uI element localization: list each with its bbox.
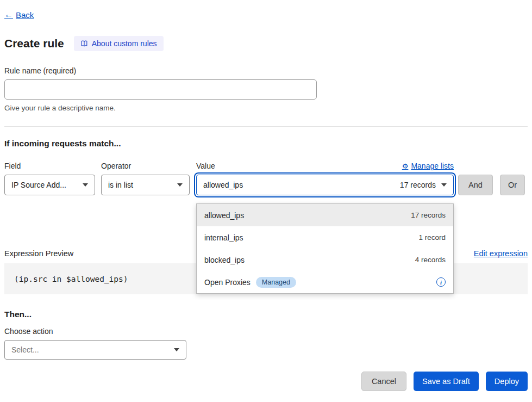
expression-code: (ip.src in $allowed_ips): [14, 275, 128, 283]
list-name-group: Open Proxies Managed: [204, 277, 296, 288]
dropdown-item-open-proxies[interactable]: Open Proxies Managed i: [197, 271, 453, 293]
operator-select[interactable]: is in list: [101, 175, 190, 195]
action-select[interactable]: Select...: [4, 340, 186, 360]
info-icon[interactable]: i: [436, 277, 446, 287]
section-heading-then: Then...: [4, 310, 528, 319]
choose-action-label: Choose action: [4, 327, 528, 336]
section-divider: [4, 126, 528, 127]
value-label: Value: [196, 162, 215, 170]
list-name: allowed_ips: [204, 211, 244, 220]
field-label: Field: [4, 162, 101, 170]
back-link-label: Back: [16, 10, 34, 20]
and-button[interactable]: And: [458, 175, 493, 195]
list-name: Open Proxies: [204, 278, 251, 287]
match-builder: Field Operator Value ⚙ Manage lists IP S…: [4, 162, 528, 195]
chevron-down-icon: [174, 348, 179, 351]
create-rule-page: ←Back Create rule About custom rules Rul…: [0, 0, 532, 391]
save-as-draft-button[interactable]: Save as Draft: [414, 372, 479, 391]
value-select[interactable]: allowed_ips 17 records: [196, 175, 454, 195]
value-dropdown-menu: allowed_ips 17 records internal_ips 1 re…: [196, 203, 454, 294]
managed-badge: Managed: [256, 277, 296, 288]
list-name: blocked_ips: [204, 256, 245, 264]
list-records-count: 4 records: [415, 256, 446, 264]
chevron-down-icon: [83, 183, 88, 187]
match-labels-row: Field Operator Value ⚙ Manage lists: [4, 162, 528, 170]
book-icon: [80, 40, 88, 47]
list-records-count: 17 records: [411, 211, 446, 219]
operator-select-value: is in list: [108, 181, 133, 189]
field-select[interactable]: IP Source Add...: [4, 175, 95, 195]
value-select-value: allowed_ips: [203, 181, 243, 189]
dropdown-item-allowed-ips[interactable]: allowed_ips 17 records: [197, 204, 453, 226]
value-label-row: Value ⚙ Manage lists: [196, 162, 454, 170]
back-link[interactable]: ←Back: [4, 10, 34, 20]
deploy-button[interactable]: Deploy: [486, 372, 528, 391]
back-arrow-icon: ←: [4, 10, 13, 20]
chevron-down-icon: [177, 183, 183, 187]
list-name: internal_ips: [204, 233, 243, 242]
manage-lists-label: Manage lists: [411, 162, 454, 170]
list-records-count: 1 record: [418, 233, 446, 242]
about-custom-rules-label: About custom rules: [92, 39, 157, 48]
about-custom-rules-link[interactable]: About custom rules: [74, 36, 164, 51]
expression-preview-label: Expression Preview: [4, 249, 73, 258]
value-select-right: 17 records: [393, 181, 447, 189]
rule-name-input[interactable]: [4, 79, 317, 100]
edit-expression-link[interactable]: Edit expression: [474, 249, 528, 258]
cancel-button[interactable]: Cancel: [361, 372, 406, 391]
dropdown-item-internal-ips[interactable]: internal_ips 1 record: [197, 226, 453, 249]
dropdown-item-blocked-ips[interactable]: blocked_ips 4 records: [197, 249, 453, 271]
page-title: Create rule: [4, 37, 64, 50]
or-button[interactable]: Or: [500, 175, 525, 195]
rule-name-help: Give your rule a descriptive name.: [4, 104, 528, 112]
rule-name-label: Rule name (required): [4, 66, 528, 75]
gear-icon: ⚙: [402, 162, 409, 170]
action-select-placeholder: Select...: [11, 345, 39, 354]
manage-lists-link[interactable]: ⚙ Manage lists: [402, 162, 454, 170]
title-row: Create rule About custom rules: [4, 36, 528, 51]
operator-label: Operator: [101, 162, 196, 170]
match-selects-row: IP Source Add... is in list allowed_ips …: [4, 175, 528, 195]
footer-actions: Cancel Save as Draft Deploy: [4, 372, 528, 391]
section-heading-match: If incoming requests match...: [4, 139, 528, 149]
field-select-value: IP Source Add...: [11, 181, 66, 189]
value-records-count: 17 records: [400, 181, 436, 189]
chevron-down-icon: [441, 183, 447, 187]
